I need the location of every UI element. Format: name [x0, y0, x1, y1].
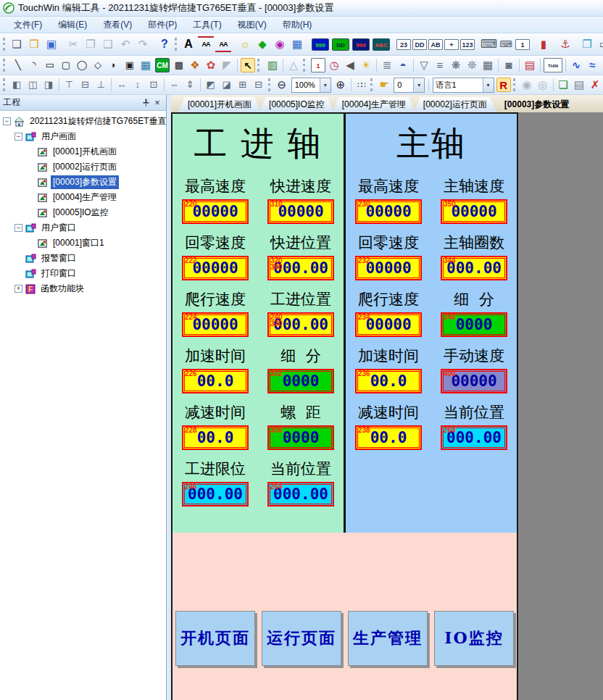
- align-top-icon[interactable]: ⊤: [62, 78, 76, 92]
- menu-file[interactable]: 文件(F): [6, 17, 50, 33]
- menu-tools[interactable]: 工具(T): [185, 17, 229, 33]
- paste-icon[interactable]: ❑: [100, 36, 116, 52]
- column-title-spindle[interactable]: 主轴: [346, 120, 517, 167]
- save-file-icon[interactable]: ▣: [43, 36, 59, 52]
- draw-sector-icon[interactable]: ◗: [107, 58, 121, 72]
- insert-image-icon[interactable]: ▦: [138, 58, 153, 72]
- thin-client-icon[interactable]: THIN: [544, 58, 562, 72]
- tree-item-label[interactable]: 函数功能块: [38, 282, 86, 296]
- knob-icon[interactable]: ◉: [272, 36, 288, 52]
- field-label[interactable]: 细 分: [258, 346, 344, 366]
- draw-frame-icon[interactable]: ▣: [122, 58, 137, 72]
- column-title-feed-axis[interactable]: 工 进 轴: [172, 120, 344, 167]
- nav-run-page[interactable]: 运行页面: [262, 611, 341, 666]
- draw-line-icon[interactable]: ╲: [11, 58, 25, 72]
- close-panel-icon[interactable]: ×: [151, 97, 163, 108]
- tree-screen-00001[interactable]: [00001]开机画面: [0, 144, 166, 159]
- value-box-feed-axis-1[interactable]: 31000000: [267, 199, 334, 224]
- field-label[interactable]: 爬行速度: [346, 289, 431, 309]
- grid-toggle-icon[interactable]: ∷∷: [354, 78, 368, 92]
- value-box-feed-axis-9[interactable]: 3060000: [267, 425, 334, 450]
- undo-icon[interactable]: ↶: [117, 36, 133, 52]
- field-label[interactable]: 爬行速度: [172, 289, 258, 309]
- tab-00003-params[interactable]: [00003]参数设置: [495, 97, 578, 112]
- align-right-icon[interactable]: ◨: [41, 78, 56, 92]
- window-copy-icon[interactable]: ❐: [579, 36, 595, 52]
- eraser-icon[interactable]: ◤: [220, 58, 234, 72]
- value-box-spindle-9[interactable]: 264000.00: [441, 425, 507, 450]
- valve-part-icon[interactable]: ▽: [417, 58, 431, 72]
- tree-window-00001[interactable]: [00001]窗口1: [0, 236, 166, 251]
- tree-screen-00004[interactable]: [00004]生产管理: [0, 190, 166, 205]
- field-label[interactable]: 最高速度: [172, 176, 258, 196]
- value-box-spindle-4[interactable]: 23400000: [355, 312, 422, 337]
- value-box-feed-axis-4[interactable]: 22400000: [182, 312, 249, 337]
- fan-part-icon[interactable]: ❋: [449, 58, 463, 72]
- value-box-spindle-0[interactable]: 23000000: [355, 199, 422, 224]
- align-center-h-icon[interactable]: ◫: [25, 78, 40, 92]
- menu-viewport[interactable]: 视图(V): [230, 17, 275, 33]
- touch-simulate-icon[interactable]: ☛: [377, 78, 391, 92]
- field-label[interactable]: 主轴圈数: [431, 233, 517, 253]
- tree-user-screens[interactable]: −用户画面: [0, 129, 166, 144]
- value-box-feed-axis-7[interactable]: 3020000: [267, 369, 334, 393]
- field-label[interactable]: 最高速度: [346, 176, 431, 196]
- help-icon[interactable]: ?: [157, 36, 172, 52]
- tab-00001-startup[interactable]: [00001]开机画面: [178, 97, 261, 112]
- value-box-spindle-3[interactable]: 344000.00: [441, 256, 507, 280]
- value-box-spindle-8[interactable]: 23800.0: [355, 425, 422, 450]
- delete-screen-icon[interactable]: ✗: [588, 78, 602, 92]
- field-label[interactable]: 工进限位: [172, 459, 258, 479]
- machine-part-icon[interactable]: ▦: [481, 58, 495, 72]
- tree-screen-00002[interactable]: [00002]运行页面: [0, 159, 166, 175]
- font-enlarge-icon[interactable]: AA: [198, 36, 214, 52]
- tree-item-label[interactable]: 用户窗口: [39, 221, 78, 235]
- xy-chart-icon[interactable]: ≈: [585, 58, 599, 72]
- field-label[interactable]: 回零速度: [346, 233, 431, 253]
- field-label[interactable]: 快进位置: [258, 233, 344, 253]
- number-input-icon[interactable]: 123: [460, 39, 475, 50]
- tree-item-label[interactable]: 打印窗口: [39, 267, 78, 280]
- pin-icon[interactable]: [140, 99, 151, 107]
- picture-part-icon[interactable]: ▦: [289, 36, 305, 52]
- tree-item-label[interactable]: 20211231旋转焊信捷TG765ET垂直: [28, 114, 166, 128]
- state-value[interactable]: 0▾: [394, 78, 425, 93]
- date-part-icon[interactable]: 1: [311, 58, 325, 72]
- collapse-icon[interactable]: −: [14, 133, 22, 141]
- tree-project-root[interactable]: −20211231旋转焊信捷TG765ET垂直: [0, 114, 166, 129]
- state-value-dropdown-icon[interactable]: ▾: [413, 78, 424, 92]
- bring-front-icon[interactable]: ◩: [204, 78, 218, 92]
- copy-icon[interactable]: ❐: [83, 36, 99, 52]
- function-key-icon[interactable]: 1: [515, 39, 530, 50]
- tree-user-windows[interactable]: −用户窗口: [0, 220, 166, 236]
- draw-ellipse-icon[interactable]: ◯: [75, 58, 89, 72]
- value-box-feed-axis-10[interactable]: 246000.00: [182, 482, 249, 507]
- tree-item-label[interactable]: [00005]IO监控: [51, 206, 111, 220]
- report-part-icon[interactable]: ▤: [523, 58, 537, 72]
- new-file-icon[interactable]: ❏: [9, 36, 25, 52]
- value-box-feed-axis-3[interactable]: 320300000.00: [267, 256, 334, 280]
- online-simulate-icon[interactable]: ◎: [536, 78, 550, 92]
- align-bottom-icon[interactable]: ⊥: [93, 78, 108, 92]
- field-label[interactable]: 加速时间: [346, 346, 431, 366]
- tree-print-window[interactable]: 打印窗口: [0, 266, 166, 281]
- screen-properties-icon[interactable]: ▤: [572, 78, 586, 92]
- field-label[interactable]: 快进速度: [258, 176, 344, 196]
- menu-view[interactable]: 查看(V): [95, 17, 140, 33]
- value-box-feed-axis-0[interactable]: 22000000: [182, 199, 249, 224]
- nav-startup-page[interactable]: 开机页面: [175, 611, 255, 666]
- pump-part-icon[interactable]: ❊: [465, 58, 479, 72]
- send-back-icon[interactable]: ◪: [220, 78, 234, 92]
- clock-part-icon[interactable]: ◷: [327, 58, 341, 72]
- field-label[interactable]: 减速时间: [172, 402, 258, 422]
- zoom-level-dropdown-icon[interactable]: ▾: [320, 78, 330, 92]
- new-screen-icon[interactable]: ❏: [556, 78, 570, 92]
- select-cursor-icon[interactable]: ↖: [241, 58, 255, 72]
- digital-input-icon[interactable]: 999: [352, 38, 370, 51]
- ascii-box-icon[interactable]: AB: [428, 39, 443, 50]
- tree-screen-00005[interactable]: [00005]IO监控: [0, 205, 166, 220]
- tree-item-label[interactable]: 报警窗口: [39, 251, 78, 265]
- ungroup-parts-icon[interactable]: ⊟: [251, 78, 266, 92]
- field-label[interactable]: 减速时间: [346, 402, 431, 422]
- indicator-lamp-icon[interactable]: ☼: [237, 36, 253, 52]
